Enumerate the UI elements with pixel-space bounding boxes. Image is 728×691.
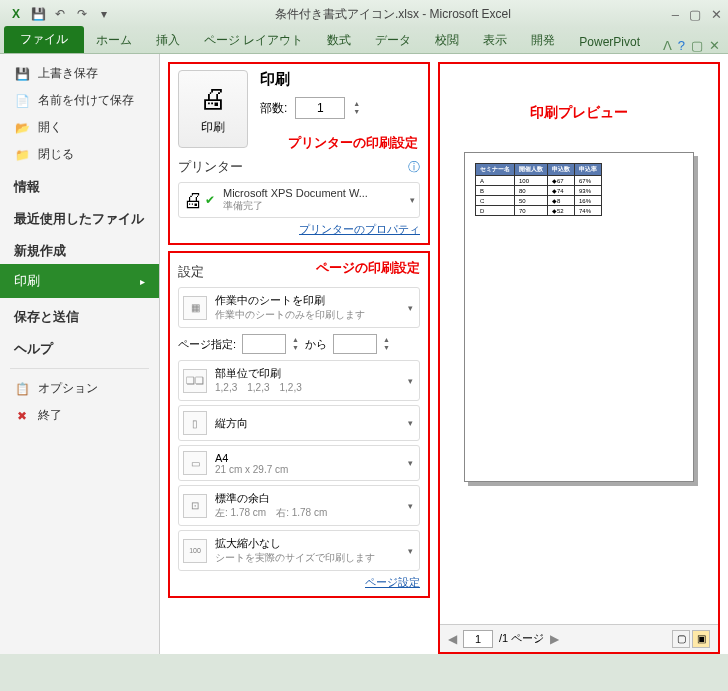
print-center-panel: 🖨 印刷 印刷 部数: ▲▼ プリンターの印刷設定 プリンター ⓘ: [160, 54, 438, 654]
ribbon-minimize-icon[interactable]: ᐱ: [663, 38, 672, 53]
nav-new[interactable]: 新規作成: [0, 232, 159, 264]
save-icon[interactable]: 💾: [28, 4, 48, 24]
ribbon-close-icon[interactable]: ✕: [709, 38, 720, 53]
print-preview-panel: 印刷プレビュー セミナー名開催人数申込数申込率 A100◆6767% B80◆7…: [438, 62, 720, 654]
print-button-label: 印刷: [201, 119, 225, 136]
setting-print-scope[interactable]: ▦ 作業中のシートを印刷作業中のシートのみを印刷します: [178, 287, 420, 328]
tab-home[interactable]: ホーム: [84, 28, 144, 53]
sheet-icon: ▦: [183, 296, 207, 320]
window-title: 条件付き書式アイコン.xlsx - Microsoft Excel: [114, 6, 672, 23]
setting-scaling[interactable]: 100 拡大縮小なしシートを実際のサイズで印刷します: [178, 530, 420, 571]
nav-saveas-label: 名前を付けて保存: [38, 92, 134, 109]
copies-spinner[interactable]: ▲▼: [353, 100, 360, 116]
setting-margin-title: 標準の余白: [215, 491, 400, 506]
printer-settings-box: 🖨 印刷 印刷 部数: ▲▼ プリンターの印刷設定 プリンター ⓘ: [168, 62, 430, 245]
page-number-input[interactable]: [463, 630, 493, 648]
nav-recent[interactable]: 最近使用したファイル: [0, 200, 159, 232]
next-page-button[interactable]: ▶: [550, 632, 559, 646]
nav-share[interactable]: 保存と送信: [0, 298, 159, 330]
setting-scale-title: 拡大縮小なし: [215, 536, 400, 551]
annotation-printer-settings: プリンターの印刷設定: [288, 134, 418, 152]
redo-icon[interactable]: ↷: [72, 4, 92, 24]
nav-open-label: 開く: [38, 119, 62, 136]
setting-collate[interactable]: ❏❏ 部単位で印刷1,2,3 1,2,3 1,2,3: [178, 360, 420, 401]
paper-icon: ▭: [183, 451, 207, 475]
pages-from-spinner[interactable]: ▲▼: [292, 336, 299, 352]
pages-to-spinner[interactable]: ▲▼: [383, 336, 390, 352]
nav-saveas[interactable]: 📄名前を付けて保存: [0, 87, 159, 114]
open-icon: 📂: [14, 120, 30, 136]
scaling-icon: 100: [183, 539, 207, 563]
options-icon: 📋: [14, 381, 30, 397]
help-icon[interactable]: ?: [678, 38, 685, 53]
ribbon-restore-icon[interactable]: ▢: [691, 38, 703, 53]
printer-selector[interactable]: 🖨 ✔ Microsoft XPS Document W... 準備完了 ▾: [178, 182, 420, 218]
ribbon-tabs: ファイル ホーム 挿入 ページ レイアウト 数式 データ 校閲 表示 開発 Po…: [0, 28, 728, 54]
title-bar: X 💾 ↶ ↷ ▾ 条件付き書式アイコン.xlsx - Microsoft Ex…: [0, 0, 728, 28]
nav-close[interactable]: 📁閉じる: [0, 141, 159, 168]
tab-dev[interactable]: 開発: [519, 28, 567, 53]
nav-print[interactable]: 印刷: [0, 264, 159, 298]
maximize-icon[interactable]: ▢: [689, 7, 701, 22]
print-button[interactable]: 🖨 印刷: [178, 70, 248, 148]
nav-open[interactable]: 📂開く: [0, 114, 159, 141]
page-settings-box: 設定 ページの印刷設定 ▦ 作業中のシートを印刷作業中のシートのみを印刷します …: [168, 251, 430, 598]
show-margins-button[interactable]: ▢: [672, 630, 690, 648]
nav-print-label: 印刷: [14, 272, 40, 290]
nav-options-label: オプション: [38, 380, 98, 397]
qat-more-icon[interactable]: ▾: [94, 4, 114, 24]
pages-from-input[interactable]: [242, 334, 286, 354]
setting-orientation[interactable]: ▯ 縦方向: [178, 405, 420, 441]
setting-margins[interactable]: ⊡ 標準の余白左: 1.78 cm 右: 1.78 cm: [178, 485, 420, 526]
preview-page: セミナー名開催人数申込数申込率 A100◆6767% B80◆7493% C50…: [464, 152, 694, 482]
setting-paper-sub: 21 cm x 29.7 cm: [215, 464, 400, 475]
nav-options[interactable]: 📋オプション: [0, 375, 159, 402]
nav-close-label: 閉じる: [38, 146, 74, 163]
portrait-icon: ▯: [183, 411, 207, 435]
nav-help[interactable]: ヘルプ: [0, 330, 159, 362]
nav-save-label: 上書き保存: [38, 65, 98, 82]
minimize-icon[interactable]: –: [672, 7, 679, 22]
pages-label: ページ指定:: [178, 337, 236, 352]
printer-ready-icon: ✔: [205, 193, 215, 207]
nav-info[interactable]: 情報: [0, 168, 159, 200]
tab-view[interactable]: 表示: [471, 28, 519, 53]
tab-formulas[interactable]: 数式: [315, 28, 363, 53]
pages-to-input[interactable]: [333, 334, 377, 354]
close-icon[interactable]: ✕: [711, 7, 722, 22]
nav-exit[interactable]: ✖終了: [0, 402, 159, 429]
printer-status: 準備完了: [223, 199, 402, 213]
info-icon[interactable]: ⓘ: [408, 159, 420, 176]
tab-data[interactable]: データ: [363, 28, 423, 53]
setting-scope-sub: 作業中のシートのみを印刷します: [215, 308, 400, 322]
nav-save[interactable]: 💾上書き保存: [0, 60, 159, 87]
tab-powerpivot[interactable]: PowerPivot: [567, 31, 652, 53]
save-icon: 💾: [14, 66, 30, 82]
setting-orient-title: 縦方向: [215, 416, 400, 431]
settings-title: 設定: [178, 263, 204, 281]
tab-file[interactable]: ファイル: [4, 26, 84, 53]
tab-review[interactable]: 校閲: [423, 28, 471, 53]
page-setup-link[interactable]: ページ設定: [178, 575, 420, 590]
printer-device-icon: 🖨: [183, 189, 203, 212]
pages-to-label: から: [305, 337, 327, 352]
prev-page-button[interactable]: ◀: [448, 632, 457, 646]
setting-collate-title: 部単位で印刷: [215, 366, 400, 381]
printer-name: Microsoft XPS Document W...: [223, 187, 402, 199]
annotation-preview: 印刷プレビュー: [530, 104, 628, 122]
nav-exit-label: 終了: [38, 407, 62, 424]
undo-icon[interactable]: ↶: [50, 4, 70, 24]
tab-layout[interactable]: ページ レイアウト: [192, 28, 315, 53]
setting-paper-title: A4: [215, 452, 400, 464]
printer-section-label: プリンター: [178, 158, 243, 176]
printer-properties-link[interactable]: プリンターのプロパティ: [178, 222, 420, 237]
quick-access-toolbar: X 💾 ↶ ↷ ▾: [6, 4, 114, 24]
setting-paper[interactable]: ▭ A421 cm x 29.7 cm: [178, 445, 420, 481]
exit-icon: ✖: [14, 408, 30, 424]
tab-insert[interactable]: 挿入: [144, 28, 192, 53]
setting-collate-sub: 1,2,3 1,2,3 1,2,3: [215, 381, 400, 395]
backstage: 💾上書き保存 📄名前を付けて保存 📂開く 📁閉じる 情報 最近使用したファイル …: [0, 54, 728, 654]
zoom-to-page-button[interactable]: ▣: [692, 630, 710, 648]
copies-input[interactable]: [295, 97, 345, 119]
printer-icon: 🖨: [199, 82, 227, 115]
